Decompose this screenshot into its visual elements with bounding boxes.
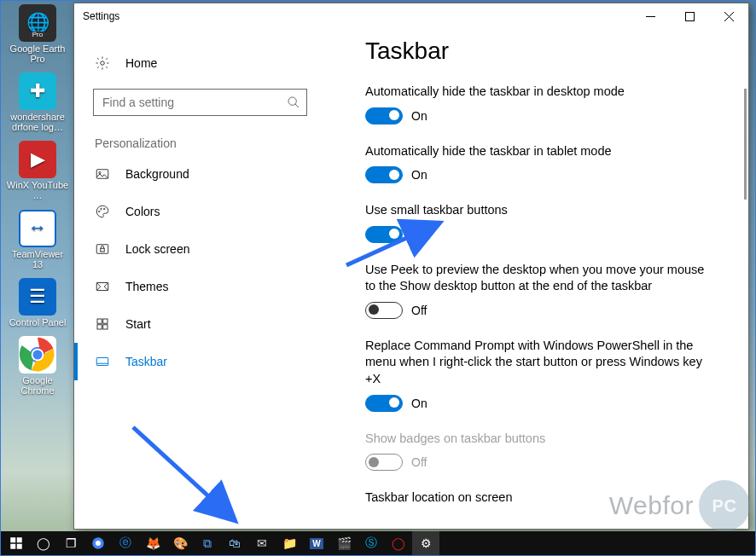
- setting-label: Use Peek to preview the desktop when you…: [365, 262, 711, 295]
- taskbar-app-skype[interactable]: Ⓢ: [358, 531, 385, 555]
- taskbar-app-firefox[interactable]: 🦊: [139, 531, 166, 555]
- nav-start[interactable]: Start: [74, 305, 326, 343]
- sidebar-section-label: Personalization: [74, 116, 326, 155]
- toggle-state-label: Off: [411, 455, 427, 469]
- taskbar-app-edge[interactable]: ⓔ: [112, 531, 139, 555]
- taskbar-app-paint[interactable]: 🎨: [166, 531, 194, 555]
- picture-icon: [95, 166, 110, 182]
- desktop-icon-label: Google Earth Pro: [6, 43, 69, 64]
- taskbar-app-opera[interactable]: ◯: [385, 531, 412, 555]
- taskbar-app-explorer[interactable]: 📁: [276, 531, 303, 555]
- svg-point-12: [99, 171, 101, 173]
- toggle-state-label: Off: [411, 304, 427, 317]
- nav-label: Themes: [125, 280, 169, 293]
- toggle-state-label: On: [411, 109, 427, 123]
- desktop-icon-label: Google Chrome: [6, 375, 69, 396]
- setting-label: Automatically hide the taskbar in deskto…: [365, 84, 711, 101]
- task-view-button[interactable]: ❐: [57, 531, 84, 555]
- toggle-switch[interactable]: [365, 302, 403, 319]
- svg-rect-30: [17, 544, 22, 549]
- watermark-text: Webfor: [609, 491, 694, 520]
- taskbar-app-chrome[interactable]: [84, 531, 112, 555]
- setting-row: Automatically hide the taskbar in deskto…: [365, 84, 711, 125]
- nav-label: Taskbar: [125, 355, 167, 368]
- desktop-icon-winx-youtube[interactable]: ▶ WinX YouTube …: [6, 141, 69, 200]
- desktop-icon-teamviewer[interactable]: ↔ TeamViewer 13: [6, 210, 69, 269]
- taskbar-app-mail[interactable]: ✉: [248, 531, 276, 555]
- setting-label: Use small taskbar buttons: [365, 202, 711, 219]
- taskbar-app-video[interactable]: 🎬: [330, 531, 358, 555]
- setting-label: Automatically hide the taskbar in tablet…: [365, 143, 711, 160]
- desktop-icon-google-chrome[interactable]: Google Chrome: [6, 336, 69, 396]
- toggle-switch[interactable]: [365, 107, 403, 125]
- svg-rect-17: [101, 248, 105, 252]
- taskbar-app-settings[interactable]: ⚙: [412, 531, 439, 555]
- taskbar-app-connect[interactable]: ⧉: [194, 531, 221, 555]
- cortana-button[interactable]: ◯: [30, 531, 57, 555]
- desktop-icon-control-panel[interactable]: ☰ Control Panel: [6, 278, 69, 327]
- toggle-state-label: On: [411, 168, 427, 182]
- chrome-icon: [19, 336, 56, 374]
- nav-background[interactable]: Background: [74, 155, 326, 193]
- svg-point-13: [99, 211, 101, 212]
- teamviewer-icon: ↔: [19, 210, 56, 247]
- desktop-icon-label: Control Panel: [9, 317, 67, 327]
- setting-row: Use Peek to preview the desktop when you…: [365, 262, 711, 319]
- search-input[interactable]: [93, 89, 307, 116]
- themes-icon: [95, 279, 110, 294]
- globe-icon: 🌐Pro: [19, 4, 56, 42]
- svg-point-32: [96, 541, 101, 546]
- desktop-icon-label: WinX YouTube …: [6, 180, 69, 200]
- svg-rect-5: [685, 12, 694, 20]
- setting-row: Automatically hide the taskbar in tablet…: [365, 143, 711, 184]
- nav-home[interactable]: Home: [74, 44, 326, 82]
- svg-rect-29: [10, 544, 15, 549]
- content-pane: Taskbar Automatically hide the taskbar i…: [326, 29, 748, 529]
- svg-rect-27: [10, 537, 15, 542]
- toggle-switch[interactable]: [365, 395, 403, 412]
- svg-rect-20: [103, 319, 108, 323]
- toggle-switch[interactable]: [365, 166, 403, 183]
- svg-rect-19: [97, 319, 102, 323]
- setting-row: Replace Command Prompt with Windows Powe…: [365, 338, 711, 412]
- titlebar: Settings: [74, 3, 748, 29]
- svg-point-8: [101, 61, 105, 66]
- desktop-icon-label: TeamViewer 13: [6, 249, 69, 269]
- taskbar-app-store[interactable]: 🛍: [221, 531, 248, 555]
- sidebar: Home Personalization Background Color: [74, 29, 326, 529]
- toggle-switch: [365, 454, 403, 471]
- gear-icon: [95, 55, 110, 71]
- watermark-badge: PC: [699, 480, 750, 531]
- toggle-switch[interactable]: [365, 226, 403, 243]
- settings-window: Settings Home Person: [73, 3, 749, 530]
- desktop-icon-google-earth-pro[interactable]: 🌐Pro Google Earth Pro: [6, 4, 69, 64]
- taskbar: ◯ ❐ ⓔ 🦊 🎨 ⧉ 🛍 ✉ 📁 W 🎬 Ⓢ ◯ ⚙: [1, 531, 755, 555]
- toggle-state-label: On: [411, 397, 427, 410]
- desktop-icons-column: 🌐Pro Google Earth Pro ✚ wondershare drfo…: [6, 4, 69, 396]
- youtube-icon: ▶: [19, 141, 56, 178]
- minimize-button[interactable]: [631, 3, 670, 29]
- nav-label: Background: [125, 167, 189, 181]
- nav-lock-screen[interactable]: Lock screen: [74, 230, 326, 268]
- svg-point-15: [104, 208, 106, 210]
- page-title: Taskbar: [365, 38, 730, 65]
- nav-home-label: Home: [125, 56, 157, 70]
- nav-label: Lock screen: [125, 242, 189, 256]
- start-button[interactable]: [3, 531, 30, 555]
- desktop-icon-wondershare-drfone[interactable]: ✚ wondershare drfone log…: [6, 72, 69, 132]
- svg-point-14: [101, 208, 102, 210]
- svg-rect-22: [103, 325, 108, 329]
- maximize-button[interactable]: [670, 3, 709, 29]
- svg-rect-21: [97, 325, 102, 329]
- setting-label: Replace Command Prompt with Windows Powe…: [365, 338, 711, 388]
- nav-taskbar[interactable]: Taskbar: [74, 343, 326, 380]
- desktop-icon-label: wondershare drfone log…: [6, 112, 69, 132]
- nav-colors[interactable]: Colors: [74, 193, 326, 230]
- taskbar-app-word[interactable]: W: [303, 531, 330, 555]
- palette-icon: [95, 204, 110, 219]
- nav-themes[interactable]: Themes: [74, 268, 326, 305]
- close-button[interactable]: [709, 3, 748, 29]
- scrollbar[interactable]: [744, 89, 747, 200]
- svg-rect-28: [17, 537, 22, 542]
- nav-label: Colors: [125, 205, 160, 218]
